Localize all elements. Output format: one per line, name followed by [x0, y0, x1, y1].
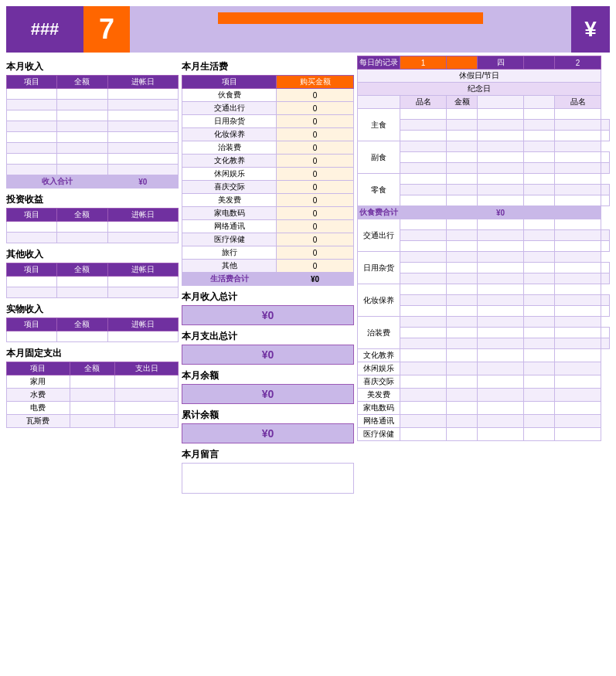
- daily-cell[interactable]: [400, 375, 447, 389]
- daily-cell[interactable]: [524, 295, 555, 306]
- daily-cell[interactable]: [555, 252, 601, 263]
- other-income-cell[interactable]: [57, 287, 107, 298]
- daily-cell[interactable]: [601, 185, 610, 195]
- daily-cell[interactable]: [555, 362, 601, 375]
- income-cell[interactable]: [57, 154, 107, 165]
- daily-cell[interactable]: [447, 362, 478, 375]
- daily-cell[interactable]: [447, 252, 478, 263]
- daily-cell[interactable]: [478, 375, 524, 389]
- daily-cell[interactable]: [555, 295, 601, 306]
- daily-cell[interactable]: [447, 389, 478, 402]
- fixed-expense-cell[interactable]: 瓦斯费: [7, 415, 70, 428]
- income-cell[interactable]: [57, 89, 107, 100]
- daily-cell[interactable]: [400, 284, 447, 295]
- daily-cell[interactable]: [478, 306, 524, 317]
- daily-cell[interactable]: [601, 328, 610, 338]
- income-cell[interactable]: [57, 110, 107, 121]
- daily-cell[interactable]: [478, 141, 524, 152]
- income-cell[interactable]: [7, 154, 57, 165]
- income-cell[interactable]: [107, 110, 178, 121]
- daily-cell[interactable]: [601, 230, 610, 241]
- daily-cell[interactable]: [400, 415, 447, 428]
- other-income-cell[interactable]: [107, 277, 178, 287]
- daily-cell[interactable]: [524, 195, 555, 206]
- daily-cell[interactable]: [447, 375, 478, 389]
- daily-cell[interactable]: [524, 273, 555, 284]
- daily-cell[interactable]: [555, 328, 601, 338]
- daily-cell[interactable]: [447, 230, 478, 241]
- daily-cell[interactable]: [601, 131, 610, 141]
- daily-cell[interactable]: [478, 174, 524, 185]
- daily-cell[interactable]: [478, 109, 524, 120]
- daily-cell[interactable]: [478, 252, 524, 263]
- daily-cell[interactable]: [447, 284, 478, 295]
- daily-cell[interactable]: [524, 141, 555, 152]
- income-cell[interactable]: [7, 100, 57, 110]
- daily-cell[interactable]: [555, 415, 601, 428]
- daily-cell[interactable]: [478, 219, 524, 230]
- daily-cell[interactable]: [601, 295, 610, 306]
- daily-cell[interactable]: [478, 263, 524, 273]
- daily-cell[interactable]: [524, 219, 555, 230]
- other-income-cell[interactable]: [107, 287, 178, 298]
- life-item-value[interactable]: 0: [277, 168, 354, 181]
- daily-cell[interactable]: [478, 120, 524, 131]
- daily-cell[interactable]: [601, 273, 610, 284]
- daily-cell[interactable]: [555, 120, 601, 131]
- inv-cell[interactable]: [7, 222, 57, 233]
- daily-cell[interactable]: [555, 174, 601, 185]
- daily-cell[interactable]: [524, 306, 555, 317]
- daily-cell[interactable]: [524, 415, 555, 428]
- daily-cell[interactable]: [555, 141, 601, 152]
- daily-cell[interactable]: [447, 328, 478, 338]
- life-item-value[interactable]: 0: [277, 194, 354, 207]
- inv-cell[interactable]: [57, 233, 107, 243]
- daily-cell[interactable]: [524, 163, 555, 174]
- real-income-cell[interactable]: [7, 331, 57, 342]
- daily-cell[interactable]: [524, 252, 555, 263]
- inv-cell[interactable]: [107, 233, 178, 243]
- daily-cell[interactable]: [447, 219, 478, 230]
- income-cell[interactable]: [57, 165, 107, 175]
- life-item-value[interactable]: 0: [277, 260, 354, 273]
- monthly-note-content[interactable]: [182, 463, 354, 494]
- life-item-value[interactable]: 0: [277, 89, 354, 102]
- income-cell[interactable]: [7, 143, 57, 154]
- daily-cell[interactable]: [400, 389, 447, 402]
- income-cell[interactable]: [107, 143, 178, 154]
- daily-cell[interactable]: [447, 415, 478, 428]
- daily-cell[interactable]: [555, 428, 601, 441]
- daily-cell[interactable]: [555, 263, 601, 273]
- fixed-expense-cell[interactable]: [70, 389, 114, 402]
- daily-cell[interactable]: [400, 252, 447, 263]
- other-income-cell[interactable]: [7, 277, 57, 287]
- real-income-cell[interactable]: [57, 331, 107, 342]
- daily-cell[interactable]: [524, 375, 555, 389]
- daily-cell[interactable]: [447, 195, 478, 206]
- life-item-value[interactable]: 0: [277, 246, 354, 260]
- daily-cell[interactable]: [478, 402, 524, 415]
- daily-cell[interactable]: [555, 389, 601, 402]
- life-item-value[interactable]: 0: [277, 141, 354, 155]
- other-income-cell[interactable]: [57, 277, 107, 287]
- daily-cell[interactable]: [478, 428, 524, 441]
- daily-cell[interactable]: [555, 195, 601, 206]
- daily-cell[interactable]: [478, 317, 524, 328]
- daily-cell[interactable]: [400, 219, 447, 230]
- inv-cell[interactable]: [57, 222, 107, 233]
- daily-cell[interactable]: [524, 362, 555, 375]
- life-item-value[interactable]: 0: [277, 115, 354, 128]
- daily-cell[interactable]: [447, 349, 478, 362]
- fixed-expense-cell[interactable]: 电费: [7, 402, 70, 415]
- daily-cell[interactable]: [524, 263, 555, 273]
- life-item-value[interactable]: 0: [277, 128, 354, 141]
- fixed-expense-cell[interactable]: [115, 402, 179, 415]
- income-cell[interactable]: [107, 154, 178, 165]
- other-income-cell[interactable]: [7, 287, 57, 298]
- income-cell[interactable]: [107, 132, 178, 143]
- daily-cell[interactable]: [400, 349, 447, 362]
- daily-cell[interactable]: [524, 152, 555, 163]
- daily-cell[interactable]: [555, 131, 601, 141]
- daily-cell[interactable]: [400, 109, 447, 120]
- daily-cell[interactable]: [601, 195, 610, 206]
